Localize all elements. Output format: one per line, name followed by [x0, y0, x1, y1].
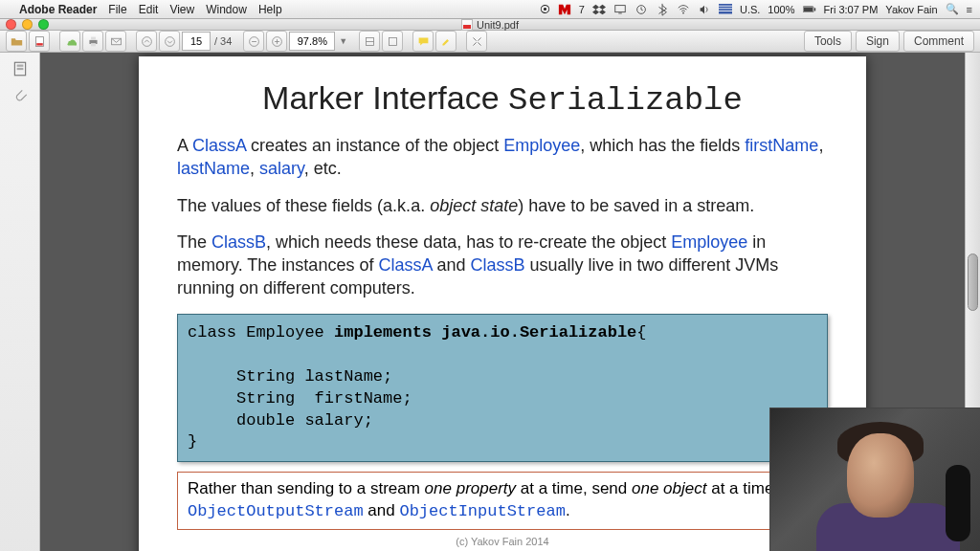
pdf-file-icon	[461, 19, 473, 31]
svg-rect-0	[615, 5, 626, 11]
svg-rect-7	[719, 11, 732, 11]
highlight-button[interactable]	[435, 31, 457, 52]
timemachine-icon[interactable]	[635, 3, 648, 16]
sidebar	[0, 53, 40, 551]
user-name[interactable]: Yakov Fain	[885, 4, 937, 15]
window-titlebar: Unit9.pdf	[0, 19, 980, 31]
create-pdf-button[interactable]	[29, 31, 50, 52]
zoom-out-button[interactable]	[243, 31, 264, 52]
save-cloud-button[interactable]	[59, 31, 80, 52]
scrollbar-thumb[interactable]	[968, 253, 978, 311]
sign-button[interactable]: Sign	[856, 31, 900, 52]
bluetooth-icon[interactable]	[656, 3, 669, 16]
battery-icon[interactable]	[803, 3, 816, 16]
fit-page-button[interactable]	[382, 31, 403, 52]
svg-rect-1	[618, 12, 622, 13]
menu-view[interactable]: View	[169, 3, 194, 16]
svg-point-16	[142, 36, 151, 46]
note-box: Rather than sending to a stream one prop…	[177, 472, 828, 530]
webcam-overlay	[769, 408, 980, 551]
battery-percent[interactable]: 100%	[768, 4, 794, 15]
clock[interactable]: Fri 3:07 PM	[824, 4, 879, 15]
menu-edit[interactable]: Edit	[139, 3, 159, 16]
print-button[interactable]	[82, 31, 103, 52]
page-title: Marker Interface Serializable	[177, 79, 828, 119]
app-name[interactable]: Adobe Reader	[19, 3, 97, 16]
svg-rect-13	[91, 36, 96, 39]
menubar-right: ⦿ 7 U.S. 100% Fri 3:07 PM Yakov Fain 🔍 ≡	[540, 3, 972, 16]
fit-width-button[interactable]	[359, 31, 380, 52]
svg-rect-6	[719, 9, 732, 10]
read-mode-button[interactable]	[466, 31, 487, 52]
page-number-input[interactable]	[182, 32, 211, 51]
svg-rect-10	[813, 8, 815, 11]
menu-window[interactable]: Window	[206, 3, 247, 16]
wifi-icon[interactable]	[677, 3, 690, 16]
mac-menubar: Adobe Reader File Edit View Window Help …	[0, 0, 980, 19]
page-down-button[interactable]	[159, 31, 180, 52]
svg-rect-24	[16, 68, 23, 70]
page-up-button[interactable]	[136, 31, 157, 52]
zoom-dropdown-icon[interactable]: ▼	[337, 36, 349, 46]
flag-icon[interactable]	[719, 3, 732, 16]
comment-bubble-button[interactable]	[412, 31, 434, 52]
menu-file[interactable]: File	[108, 3, 126, 16]
svg-rect-23	[16, 65, 23, 67]
code-block: class Employee implements java.io.Serial…	[177, 314, 828, 463]
svg-rect-9	[803, 7, 812, 11]
svg-rect-14	[91, 43, 96, 46]
page-total: / 34	[212, 35, 234, 47]
toolbar: / 34 ▼ Tools Sign Comment	[0, 31, 980, 53]
zoom-in-button[interactable]	[266, 31, 287, 52]
thumbnails-panel-icon[interactable]	[11, 60, 29, 77]
pdf-page: Marker Interface Serializable A ClassA c…	[139, 56, 866, 551]
zoom-input[interactable]	[289, 32, 335, 51]
dropbox-icon[interactable]	[592, 3, 606, 16]
paragraph-1: A ClassA creates an instance of the obje…	[177, 134, 828, 181]
email-button[interactable]	[105, 31, 126, 52]
window-title: Unit9.pdf	[477, 19, 519, 31]
menu-help[interactable]: Help	[258, 3, 282, 16]
attachments-panel-icon[interactable]	[11, 87, 29, 104]
svg-point-17	[165, 36, 174, 46]
svg-rect-21	[389, 37, 396, 45]
svg-rect-5	[719, 6, 732, 7]
notifications-icon[interactable]: ≡	[967, 4, 972, 15]
comment-button[interactable]: Comment	[903, 31, 974, 52]
microphone-icon	[946, 465, 970, 541]
recording-icon[interactable]: ⦿	[540, 4, 550, 15]
menubar-number: 7	[579, 4, 585, 15]
volume-icon[interactable]	[698, 3, 711, 16]
display-icon[interactable]	[613, 3, 627, 16]
spotlight-icon[interactable]: 🔍	[946, 3, 959, 15]
svg-point-3	[682, 11, 684, 13]
paragraph-2: The values of these fields (a.k.a. objec…	[177, 194, 828, 217]
page-footer: (c) Yakov Fain 2014	[177, 536, 828, 547]
adobe-tray-icon[interactable]	[558, 3, 571, 16]
locale-label[interactable]: U.S.	[740, 4, 760, 15]
open-button[interactable]	[6, 31, 27, 52]
paragraph-3: The ClassB, which needs these data, has …	[177, 231, 828, 300]
tools-button[interactable]: Tools	[804, 31, 852, 52]
